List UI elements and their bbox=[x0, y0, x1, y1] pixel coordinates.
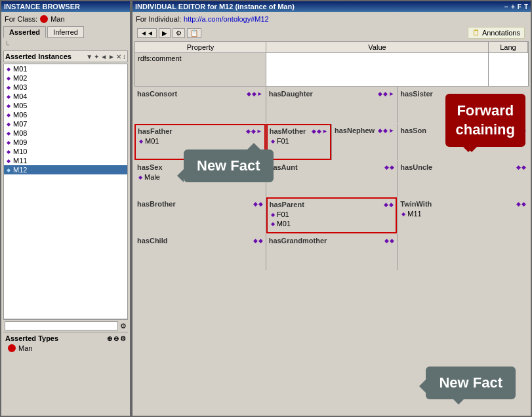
prop-icons: ◆ ◆ bbox=[384, 201, 394, 208]
type-man: Man bbox=[5, 344, 126, 353]
prop-row-5: hasChild ◆ ◆ hasGrandmother ◆ ◆ bbox=[134, 234, 529, 270]
dropdown-icon[interactable]: ▼ bbox=[86, 53, 92, 60]
types-icons: ⊕ ⊖ ⚙ bbox=[107, 335, 126, 342]
properties-area: hasConsort ◆ ◆ ► hasDaughter ◆ ◆ bbox=[134, 87, 529, 412]
prop-hasBrother: hasBrother ◆ ◆ bbox=[134, 197, 266, 233]
prop-hasAunt-header: hasAunt ◆ ◆ bbox=[269, 163, 395, 171]
prop-icon-1[interactable]: ◆ bbox=[312, 128, 316, 134]
prop-icon-1[interactable]: ◆ bbox=[384, 237, 389, 244]
rdfs-lang-cell[interactable] bbox=[489, 53, 528, 86]
instance-list[interactable]: ◆M01 ◆M02 ◆M03 ◆M04 ◆M05 ◆M06 ◆M07 ◆M08 … bbox=[3, 64, 128, 319]
prop-icon-1[interactable]: ◆ bbox=[246, 128, 251, 134]
maximize-btn[interactable]: + bbox=[511, 3, 515, 10]
diamond-icon: ◆ bbox=[7, 121, 10, 127]
table-header: Property Value Lang bbox=[134, 41, 529, 53]
prop-icon-2[interactable]: ◆ bbox=[258, 201, 263, 207]
minimize-btn[interactable]: − bbox=[504, 3, 508, 10]
value-diamond: ◆ bbox=[271, 138, 275, 144]
close-btn[interactable]: T bbox=[524, 3, 528, 10]
rdfs-value-cell[interactable] bbox=[266, 53, 489, 86]
instance-M11[interactable]: ◆M11 bbox=[4, 156, 127, 165]
prop-hasMother: hasMother ◆ ◆ ► ◆ F01 bbox=[266, 124, 331, 160]
instance-M09[interactable]: ◆M09 bbox=[4, 138, 127, 147]
header-value: Value bbox=[266, 42, 489, 52]
instance-M04[interactable]: ◆M04 bbox=[4, 92, 127, 101]
instance-M10[interactable]: ◆M10 bbox=[4, 147, 127, 156]
instance-M05[interactable]: ◆M05 bbox=[4, 101, 127, 110]
prop-icon-1[interactable]: ◆ bbox=[516, 201, 521, 207]
filter-icon[interactable]: ⚙ bbox=[120, 322, 127, 330]
toolbar-btn-4[interactable]: 📋 bbox=[187, 28, 201, 38]
prop-icon-2[interactable]: ◆ bbox=[522, 201, 526, 207]
annotations-label[interactable]: 🗒 Annotations bbox=[468, 27, 525, 39]
arrow-left-icon[interactable]: ◄ bbox=[100, 53, 107, 60]
prop-hasMother-value: ◆ F01 bbox=[270, 136, 328, 146]
settings-type-icon[interactable]: ⚙ bbox=[120, 335, 126, 342]
prop-icon-2[interactable]: ◆ bbox=[390, 164, 394, 170]
prop-hasConsort-label: hasConsort bbox=[137, 90, 177, 98]
arrow-right-icon[interactable]: ► bbox=[108, 53, 115, 60]
add-type-icon[interactable]: ⊕ bbox=[107, 335, 112, 342]
add-icon[interactable]: ✦ bbox=[94, 53, 99, 60]
prop-icon-1[interactable]: ◆ bbox=[384, 201, 388, 208]
rdfs-comment-cell: rdfs:comment bbox=[135, 53, 266, 86]
prop-icon-2[interactable]: ◆ bbox=[390, 237, 394, 244]
instances-label: Asserted Instances bbox=[5, 52, 72, 60]
instance-M08[interactable]: ◆M08 bbox=[4, 129, 127, 138]
title-text: INSTANCE BROWSER bbox=[4, 3, 80, 10]
prop-icon-1[interactable]: ◆ bbox=[378, 127, 382, 134]
forward-chaining-callout: Forwardchaining bbox=[445, 94, 525, 147]
filter-input[interactable] bbox=[5, 321, 118, 330]
tab-asserted[interactable]: Asserted bbox=[3, 26, 46, 38]
prop-icon-2[interactable]: ◆ bbox=[317, 128, 321, 134]
toolbar-btn-3[interactable]: ⚙ bbox=[173, 28, 185, 38]
prop-icon-2[interactable]: ◆ bbox=[383, 90, 388, 97]
prop-icon-3[interactable]: ► bbox=[256, 128, 262, 134]
class-icon bbox=[40, 15, 48, 23]
prop-icon-3[interactable]: ► bbox=[388, 90, 394, 97]
prop-icon-2[interactable]: ◆ bbox=[522, 164, 526, 170]
instance-M02[interactable]: ◆M02 bbox=[4, 73, 127, 83]
prop-hasFather-label: hasFather bbox=[138, 127, 173, 135]
tab-inferred[interactable]: Inferred bbox=[47, 26, 84, 38]
prop-icon-1[interactable]: ◆ bbox=[516, 164, 521, 170]
value-diamond: ◆ bbox=[271, 212, 275, 218]
delete-icon[interactable]: ✕ bbox=[116, 53, 121, 60]
instance-M07[interactable]: ◆M07 bbox=[4, 119, 127, 129]
prop-icon-2[interactable]: ◆ bbox=[389, 201, 394, 208]
instance-M12[interactable]: ◆M12 bbox=[4, 165, 127, 174]
class-name: Man bbox=[51, 15, 64, 23]
prop-icons: ◆ ◆ ► bbox=[312, 128, 328, 134]
remove-type-icon[interactable]: ⊖ bbox=[113, 335, 119, 342]
prop-icon-3[interactable]: ► bbox=[388, 127, 394, 134]
instance-M01[interactable]: ◆M01 bbox=[4, 64, 127, 73]
prop-icon-1[interactable]: ◆ bbox=[247, 90, 251, 97]
annotations-bar: 🗒 Annotations bbox=[465, 26, 527, 40]
prop-icon-3[interactable]: ► bbox=[322, 128, 328, 134]
prop-twinWith: TwinWith ◆ ◆ ◆ M11 bbox=[398, 197, 529, 233]
diamond-icon: ◆ bbox=[7, 85, 10, 90]
float-btn[interactable]: F bbox=[518, 3, 522, 10]
toolbar-btn-2[interactable]: ▶ bbox=[159, 28, 171, 38]
prop-hasConsort: hasConsort ◆ ◆ ► bbox=[134, 87, 266, 123]
instance-M03[interactable]: ◆M03 bbox=[4, 83, 127, 92]
toolbar-btn-1[interactable]: ◄◄ bbox=[137, 28, 157, 38]
prop-icon-2[interactable]: ◆ bbox=[251, 128, 256, 134]
prop-icon-2[interactable]: ◆ bbox=[383, 127, 388, 134]
prop-icon-1[interactable]: ◆ bbox=[253, 201, 258, 207]
sort-icon[interactable]: ↕ bbox=[123, 53, 126, 60]
tabs-container: Asserted Inferred bbox=[3, 26, 128, 38]
prop-hasBrother-label: hasBrother bbox=[137, 200, 176, 208]
prop-icons: ◆ ◆ bbox=[384, 237, 394, 244]
prop-icon-1[interactable]: ◆ bbox=[378, 90, 382, 97]
prop-icon-2[interactable]: ◆ bbox=[252, 90, 256, 97]
new-fact-2-text: New Fact bbox=[439, 374, 502, 391]
prop-icon-2[interactable]: ◆ bbox=[258, 237, 263, 244]
prop-icon-1[interactable]: ◆ bbox=[253, 237, 258, 244]
prop-icons: ◆ ◆ bbox=[516, 201, 526, 207]
prop-icon-1[interactable]: ◆ bbox=[384, 164, 389, 170]
header-property: Property bbox=[135, 42, 266, 52]
individual-editor-title: INDIVIDUAL EDITOR for M12 (instance of M… bbox=[133, 1, 531, 12]
prop-icon-3[interactable]: ► bbox=[257, 90, 263, 97]
instance-M06[interactable]: ◆M06 bbox=[4, 110, 127, 119]
